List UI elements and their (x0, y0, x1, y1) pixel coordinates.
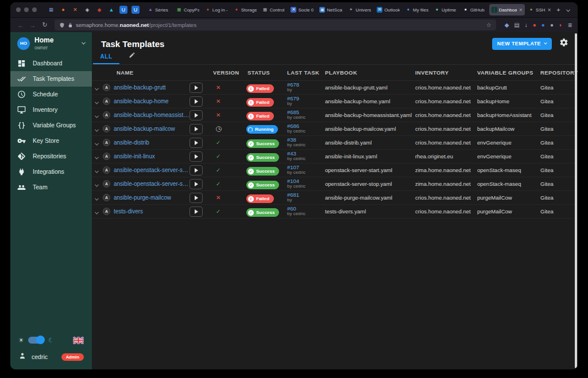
browser-tab-universal-c[interactable]: ✦Universal C (346, 4, 373, 15)
reload-button[interactable]: ↻ (40, 21, 49, 29)
new-tab-button[interactable]: + (554, 6, 563, 13)
column-header-name[interactable]: NAME (94, 69, 213, 76)
browser-tab-outlook[interactable]: ✉Outlook (374, 4, 402, 15)
column-header-repository[interactable]: REPOSITORY (540, 69, 578, 76)
column-header-inventory[interactable]: INVENTORY (415, 69, 477, 76)
extension-icon-2[interactable]: ▤ (514, 22, 519, 28)
expand-row-chevron-icon[interactable] (94, 110, 99, 120)
url-text[interactable]: semaphore.home.naoned.net/project/1/temp… (76, 22, 483, 28)
browser-tab-ssh-gpg[interactable]: ●SSH / GPG✕ (526, 4, 554, 15)
template-name-link[interactable]: ansible-backup-mailcow (114, 126, 175, 132)
forward-button[interactable]: → (28, 22, 37, 29)
bookmark-star-icon[interactable]: ☆ (486, 22, 492, 28)
extension-icon-blue[interactable]: ● (541, 22, 545, 28)
menu-icon[interactable]: ≡ (568, 21, 572, 29)
table-row[interactable]: A ansible-init-linux ✕ ✓ ✓Success #43 by… (92, 150, 578, 163)
column-header-status[interactable]: STATUS (247, 69, 287, 76)
sidebar-item-variable-groups[interactable]: Variable Groups (10, 118, 92, 133)
browser-tab-control-pan[interactable]: ▦Control pan (260, 4, 288, 15)
browser-tab-dashboa[interactable]: ⋮Dashboa✕ (489, 4, 525, 15)
expand-row-chevron-icon[interactable] (94, 96, 99, 107)
expand-row-chevron-icon[interactable] (94, 179, 99, 189)
column-header-last-task[interactable]: LAST TASK (287, 69, 325, 76)
run-task-button[interactable] (189, 110, 203, 120)
column-header-version[interactable]: VERSION (213, 69, 247, 76)
run-task-button[interactable] (189, 83, 203, 93)
browser-tab-uptime-kur[interactable]: ●Uptime Kur (432, 4, 459, 15)
pinned-tab-scissors[interactable]: ✕ (71, 6, 79, 14)
pinned-tab-shield[interactable]: ◆ (95, 6, 103, 14)
expand-row-chevron-icon[interactable] (94, 83, 99, 93)
extension-icon-shield[interactable]: ◗ (559, 22, 562, 28)
edit-views-pencil-icon[interactable] (129, 50, 136, 61)
page-scrollbar[interactable] (575, 33, 577, 368)
table-row[interactable]: A tests-divers ✕ ✓ ✓Success #60 by cedri… (92, 205, 578, 219)
template-name-link[interactable]: ansible-init-linux (114, 153, 155, 159)
close-tab-icon[interactable]: ✕ (519, 7, 523, 13)
browser-tab-my-files-f[interactable]: ●My files - F (403, 4, 431, 15)
browser-tab-socle-02-07[interactable]: ✕Socle 02/07 (288, 4, 316, 15)
column-header-playbook[interactable]: PLAYBOOK (325, 69, 415, 76)
settings-gear-icon[interactable] (559, 38, 568, 49)
expand-row-chevron-icon[interactable] (94, 151, 99, 162)
column-header-variable-groups[interactable]: VARIABLE GROUPS (477, 69, 540, 76)
pinned-tab-unifi-2[interactable]: U (131, 6, 140, 14)
extension-icon-grey[interactable]: ● (550, 22, 554, 28)
table-row[interactable]: A ansible-distrib ✕ ✓ ✓Success #38 by ce… (92, 136, 578, 150)
template-name-link[interactable]: ansible-purge-mailcow (114, 194, 171, 201)
table-row[interactable]: A ansible-backup-mailcow ✕ ✓ Running #68… (92, 122, 578, 136)
expand-row-chevron-icon[interactable] (94, 193, 99, 203)
run-task-button[interactable] (189, 151, 203, 162)
table-row[interactable]: A ansible-backup-homeassistant ✕ ✓ iFail… (92, 108, 578, 122)
pinned-tab-orange-circle[interactable]: ● (59, 6, 67, 14)
expand-row-chevron-icon[interactable] (94, 206, 99, 217)
sidebar-item-inventory[interactable]: Inventory (10, 102, 92, 118)
minimize-window-button[interactable] (24, 7, 29, 12)
table-row[interactable]: A ansible-backup-grutt ✕ ✓ iFailed #678 … (92, 81, 578, 95)
sidebar-item-key-store[interactable]: Key Store (10, 133, 92, 149)
template-name-link[interactable]: ansible-distrib (114, 139, 149, 146)
pinned-tab-package[interactable]: ◈ (83, 6, 91, 14)
sidebar-item-schedule[interactable]: Schedule (10, 87, 92, 102)
browser-tab-github-se[interactable]: ●GitHub - se (461, 4, 488, 15)
tracking-shield-icon[interactable] (59, 22, 65, 28)
last-task-link[interactable]: #678 (287, 82, 325, 88)
run-task-button[interactable] (189, 124, 203, 134)
run-task-button[interactable] (189, 206, 203, 217)
table-row[interactable]: A ansible-purge-mailcow ✕ ✓ iFailed #681… (92, 191, 578, 205)
extension-icon-red[interactable]: ● (533, 22, 536, 28)
template-name-link[interactable]: ansible-backup-grutt (114, 84, 166, 91)
new-template-button[interactable]: NEW TEMPLATE (492, 38, 552, 50)
template-name-link[interactable]: ansible-openstack-server-start (114, 167, 189, 173)
expand-row-chevron-icon[interactable] (94, 124, 99, 134)
run-task-button[interactable] (189, 96, 203, 107)
template-name-link[interactable]: ansible-backup-homeassistant (114, 112, 189, 118)
tab-all[interactable]: ALL (93, 53, 119, 64)
browser-tab-netscaler-a[interactable]: ▣NetScaler A (317, 4, 345, 15)
table-row[interactable]: A ansible-openstack-server-stop ✕ ✓ ✓Suc… (92, 177, 578, 191)
list-all-tabs-button[interactable] (563, 6, 573, 13)
pinned-tab-home-assistant[interactable]: ▲ (107, 6, 115, 14)
sidebar-item-task-templates[interactable]: Task Templates (10, 71, 92, 87)
extension-icon-1[interactable]: ◆ (505, 22, 509, 28)
browser-tab-storage-c[interactable]: ●Storage | C (231, 4, 259, 15)
run-task-button[interactable] (189, 179, 203, 189)
table-row[interactable]: A ansible-openstack-server-start ✕ ✓ ✓Su… (92, 163, 578, 177)
theme-toggle[interactable] (28, 337, 44, 344)
extension-icon-download[interactable]: ↓ (525, 22, 528, 28)
template-name-link[interactable]: tests-divers (114, 208, 143, 215)
user-menu[interactable]: cedric Admin (10, 350, 92, 364)
table-row[interactable]: A ansible-backup-home ✕ ✓ iFailed #679 b… (92, 95, 578, 108)
browser-tab-copypaste[interactable]: ▦CopyPaste (174, 4, 202, 15)
close-tab-icon[interactable]: ✕ (547, 7, 551, 13)
sidebar-item-team[interactable]: Team (10, 180, 92, 195)
run-task-button[interactable] (189, 165, 203, 176)
url-bar[interactable]: semaphore.home.naoned.net/project/1/temp… (55, 20, 496, 30)
run-task-button[interactable] (189, 138, 203, 148)
template-name-link[interactable]: ansible-backup-home (114, 98, 169, 104)
expand-row-chevron-icon[interactable] (94, 138, 99, 148)
expand-row-chevron-icon[interactable] (94, 165, 99, 176)
lock-icon[interactable] (68, 22, 73, 28)
sidebar-item-dashboard[interactable]: Dashboard (10, 56, 92, 71)
pinned-tab-grid[interactable]: ⊞ (47, 6, 55, 14)
